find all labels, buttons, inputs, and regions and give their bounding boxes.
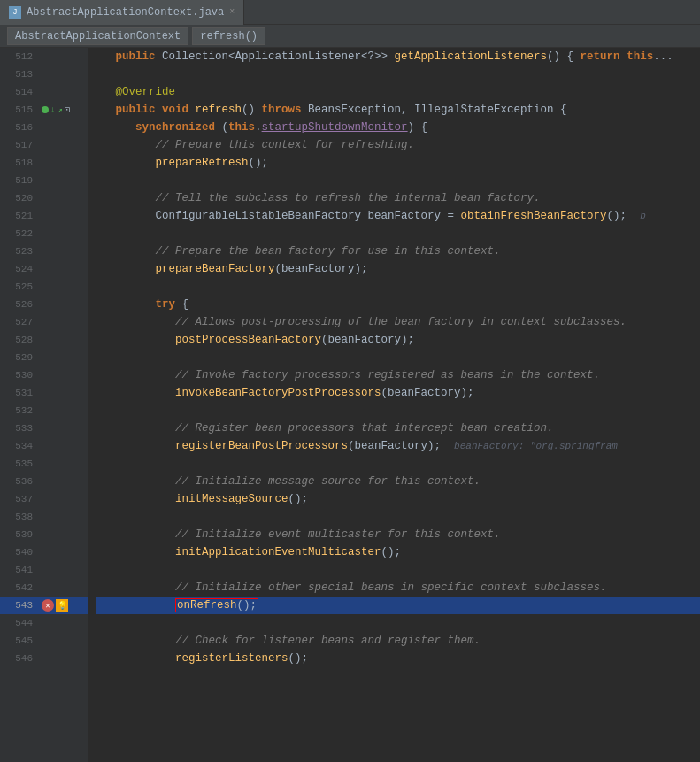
gutter-row-512: 512	[0, 48, 88, 65]
close-icon[interactable]: ×	[229, 7, 235, 17]
gutter-row-519: 519	[0, 172, 88, 189]
code-line-516: synchronized (this.startupShutdownMonito…	[96, 119, 700, 136]
code-line-533: // Register bean processors that interce…	[96, 419, 700, 437]
code-line-531: invokeBeanFactoryPostProcessors(beanFact…	[96, 384, 700, 402]
code-line-545: // Check for listener beans and register…	[96, 632, 700, 650]
breadcrumb-class[interactable]: AbstractApplicationContext	[7, 27, 188, 45]
gutter-row-539: 539	[0, 526, 88, 543]
gutter-row-527: 527	[0, 313, 88, 331]
code-line-530: // Invoke factory processors registered …	[96, 366, 700, 384]
debug-step-over-icon[interactable]: ↓	[50, 105, 56, 115]
gutter-row-545: 545	[0, 632, 88, 650]
gutter-row-526: 526	[0, 296, 88, 313]
code-line-541	[96, 561, 700, 579]
bookmark-icon[interactable]: ⊡	[65, 104, 70, 115]
gutter-row-520: 520	[0, 189, 88, 207]
code-line-526: try {	[96, 296, 700, 313]
error-icon: ✕	[42, 599, 54, 612]
gutter-row-531: 531	[0, 384, 88, 402]
code-content[interactable]: public Collection<ApplicationListener<?>…	[88, 48, 700, 762]
code-line-522	[96, 225, 700, 242]
warning-lightbulb-icon[interactable]: 💡	[56, 599, 68, 612]
gutter-row-530: 530	[0, 366, 88, 384]
code-line-521: ConfigurableListableBeanFactory beanFact…	[96, 207, 700, 225]
code-line-535	[96, 455, 700, 473]
code-line-544	[96, 614, 700, 632]
debug-step-into-icon[interactable]: ↗	[58, 104, 63, 115]
code-line-515: public void refresh() throws BeansExcept…	[96, 101, 700, 119]
code-line-542: // Initialize other special beans in spe…	[96, 579, 700, 597]
code-line-512: public Collection<ApplicationListener<?>…	[96, 48, 700, 65]
gutter-row-537: 537	[0, 490, 88, 508]
code-line-523: // Prepare the bean factory for use in t…	[96, 242, 700, 260]
code-line-528: postProcessBeanFactory(beanFactory);	[96, 331, 700, 349]
code-line-546: registerListeners();	[96, 650, 700, 667]
gutter-row-543: 543 ✕ 💡	[0, 597, 88, 614]
gutter-row-522: 522	[0, 225, 88, 242]
gutter-row-544: 544	[0, 614, 88, 632]
tab-filename: AbstractApplicationContext.java	[27, 6, 224, 19]
java-icon: J	[9, 6, 21, 19]
gutter-row-538: 538	[0, 508, 88, 526]
code-line-529	[96, 349, 700, 366]
code-line-517: // Prepare this context for refreshing.	[96, 136, 700, 154]
gutter-row-528: 528	[0, 331, 88, 349]
gutter-row-518: 518	[0, 154, 88, 172]
gutter-row-535: 535	[0, 455, 88, 473]
gutter-row-524: 524	[0, 260, 88, 278]
breadcrumb-bar: AbstractApplicationContext refresh()	[0, 25, 700, 48]
code-line-519	[96, 172, 700, 189]
gutter-row-533: 533	[0, 419, 88, 437]
code-line-527: // Allows post-processing of the bean fa…	[96, 313, 700, 331]
gutter-row-513: 513	[0, 65, 88, 83]
code-line-513	[96, 65, 700, 83]
gutter-row-534: 534	[0, 437, 88, 455]
breadcrumb-method[interactable]: refresh()	[192, 27, 265, 45]
gutter-row-529: 529	[0, 349, 88, 366]
code-line-536: // Initialize message source for this co…	[96, 473, 700, 490]
code-line-520: // Tell the subclass to refresh the inte…	[96, 189, 700, 207]
code-line-543: onRefresh();	[96, 597, 700, 614]
gutter: 512 513 514 515 ↓ ↗ ⊡	[0, 48, 88, 762]
gutter-row-516: 516	[0, 119, 88, 136]
gutter-row-525: 525	[0, 278, 88, 296]
code-line-532	[96, 402, 700, 419]
gutter-row-521: 521	[0, 207, 88, 225]
tab-bar: J AbstractApplicationContext.java ×	[0, 0, 700, 25]
gutter-row-532: 532	[0, 402, 88, 419]
breakpoint-icon[interactable]	[42, 106, 49, 113]
code-line-524: prepareBeanFactory(beanFactory);	[96, 260, 700, 278]
code-line-514: @Override	[96, 83, 700, 101]
code-line-538	[96, 508, 700, 526]
code-line-539: // Initialize event multicaster for this…	[96, 526, 700, 543]
gutter-row-542: 542	[0, 579, 88, 597]
code-line-518: prepareRefresh();	[96, 154, 700, 172]
editor-area: 512 513 514 515 ↓ ↗ ⊡	[0, 48, 700, 762]
code-line-525	[96, 278, 700, 296]
gutter-row-515: 515 ↓ ↗ ⊡	[0, 101, 88, 119]
code-line-537: initMessageSource();	[96, 490, 700, 508]
file-tab[interactable]: J AbstractApplicationContext.java ×	[0, 0, 244, 25]
gutter-row-540: 540	[0, 543, 88, 561]
gutter-row-546: 546	[0, 650, 88, 667]
gutter-row-517: 517	[0, 136, 88, 154]
gutter-row-541: 541	[0, 561, 88, 579]
code-line-534: registerBeanPostProcessors(beanFactory);…	[96, 437, 700, 455]
gutter-row-514: 514	[0, 83, 88, 101]
code-line-540: initApplicationEventMulticaster();	[96, 543, 700, 561]
gutter-row-523: 523	[0, 242, 88, 260]
gutter-row-536: 536	[0, 473, 88, 490]
